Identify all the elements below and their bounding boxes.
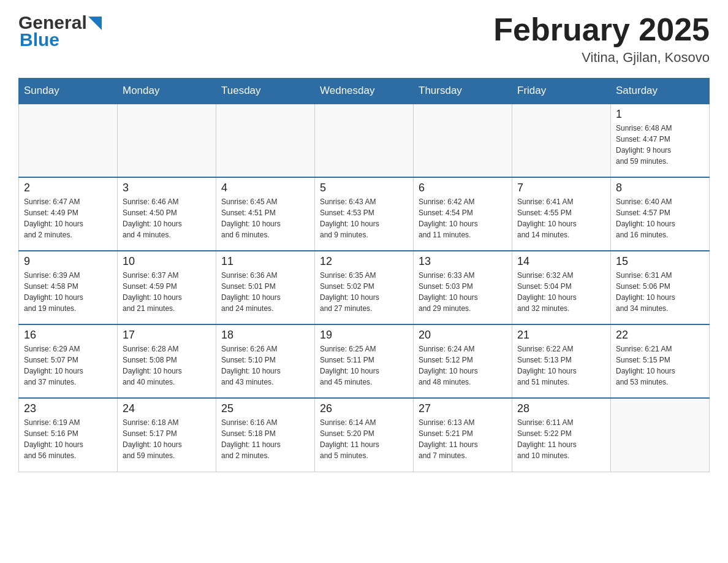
day-number: 10 bbox=[123, 255, 211, 268]
table-row: 8Sunrise: 6:40 AM Sunset: 4:57 PM Daylig… bbox=[611, 177, 710, 251]
col-wednesday: Wednesday bbox=[315, 79, 414, 104]
day-info: Sunrise: 6:29 AM Sunset: 5:07 PM Dayligh… bbox=[24, 343, 112, 388]
day-info: Sunrise: 6:14 AM Sunset: 5:20 PM Dayligh… bbox=[320, 417, 408, 461]
day-number: 21 bbox=[517, 329, 605, 342]
day-info: Sunrise: 6:36 AM Sunset: 5:01 PM Dayligh… bbox=[221, 270, 309, 314]
table-row: 10Sunrise: 6:37 AM Sunset: 4:59 PM Dayli… bbox=[118, 251, 216, 324]
table-row: 27Sunrise: 6:13 AM Sunset: 5:21 PM Dayli… bbox=[414, 398, 512, 472]
day-number: 9 bbox=[24, 255, 112, 268]
col-saturday: Saturday bbox=[611, 79, 710, 104]
day-info: Sunrise: 6:28 AM Sunset: 5:08 PM Dayligh… bbox=[123, 343, 211, 388]
day-info: Sunrise: 6:19 AM Sunset: 5:16 PM Dayligh… bbox=[24, 417, 112, 461]
table-row: 9Sunrise: 6:39 AM Sunset: 4:58 PM Daylig… bbox=[19, 251, 118, 324]
col-sunday: Sunday bbox=[19, 79, 118, 104]
day-number: 20 bbox=[419, 329, 507, 342]
day-info: Sunrise: 6:45 AM Sunset: 4:51 PM Dayligh… bbox=[221, 196, 309, 240]
day-info: Sunrise: 6:42 AM Sunset: 4:54 PM Dayligh… bbox=[419, 196, 507, 240]
day-number: 6 bbox=[419, 182, 507, 194]
svg-marker-0 bbox=[88, 17, 102, 30]
table-row: 21Sunrise: 6:22 AM Sunset: 5:13 PM Dayli… bbox=[512, 324, 611, 398]
month-title: February 2025 bbox=[493, 12, 710, 47]
table-row: 11Sunrise: 6:36 AM Sunset: 5:01 PM Dayli… bbox=[216, 251, 315, 324]
table-row: 16Sunrise: 6:29 AM Sunset: 5:07 PM Dayli… bbox=[19, 324, 118, 398]
logo: General Blue bbox=[18, 12, 102, 50]
col-thursday: Thursday bbox=[414, 79, 512, 104]
day-info: Sunrise: 6:24 AM Sunset: 5:12 PM Dayligh… bbox=[419, 343, 507, 388]
calendar-week-row: 16Sunrise: 6:29 AM Sunset: 5:07 PM Dayli… bbox=[19, 324, 710, 398]
day-number: 5 bbox=[320, 182, 408, 194]
day-number: 25 bbox=[221, 402, 309, 415]
page-header: General Blue February 2025 Vitina, Gjila… bbox=[18, 12, 710, 66]
table-row: 15Sunrise: 6:31 AM Sunset: 5:06 PM Dayli… bbox=[611, 251, 710, 324]
day-info: Sunrise: 6:16 AM Sunset: 5:18 PM Dayligh… bbox=[221, 417, 309, 461]
table-row bbox=[512, 104, 611, 177]
day-number: 27 bbox=[419, 402, 507, 415]
day-info: Sunrise: 6:22 AM Sunset: 5:13 PM Dayligh… bbox=[517, 343, 605, 388]
day-number: 11 bbox=[221, 255, 309, 268]
day-info: Sunrise: 6:21 AM Sunset: 5:15 PM Dayligh… bbox=[616, 343, 704, 388]
title-section: February 2025 Vitina, Gjilan, Kosovo bbox=[493, 12, 710, 66]
day-info: Sunrise: 6:32 AM Sunset: 5:04 PM Dayligh… bbox=[517, 270, 605, 314]
day-info: Sunrise: 6:39 AM Sunset: 4:58 PM Dayligh… bbox=[24, 270, 112, 314]
day-number: 2 bbox=[24, 182, 112, 194]
day-number: 18 bbox=[221, 329, 309, 342]
day-info: Sunrise: 6:11 AM Sunset: 5:22 PM Dayligh… bbox=[517, 417, 605, 461]
calendar-table: Sunday Monday Tuesday Wednesday Thursday… bbox=[18, 78, 710, 472]
table-row: 1Sunrise: 6:48 AM Sunset: 4:47 PM Daylig… bbox=[611, 104, 710, 177]
col-friday: Friday bbox=[512, 79, 611, 104]
day-number: 13 bbox=[419, 255, 507, 268]
day-number: 24 bbox=[123, 402, 211, 415]
day-number: 28 bbox=[517, 402, 605, 415]
day-info: Sunrise: 6:43 AM Sunset: 4:53 PM Dayligh… bbox=[320, 196, 408, 240]
table-row: 17Sunrise: 6:28 AM Sunset: 5:08 PM Dayli… bbox=[118, 324, 216, 398]
day-info: Sunrise: 6:33 AM Sunset: 5:03 PM Dayligh… bbox=[419, 270, 507, 314]
day-number: 14 bbox=[517, 255, 605, 268]
day-number: 8 bbox=[616, 182, 704, 194]
day-number: 3 bbox=[123, 182, 211, 194]
table-row: 22Sunrise: 6:21 AM Sunset: 5:15 PM Dayli… bbox=[611, 324, 710, 398]
table-row: 24Sunrise: 6:18 AM Sunset: 5:17 PM Dayli… bbox=[118, 398, 216, 472]
calendar-week-row: 2Sunrise: 6:47 AM Sunset: 4:49 PM Daylig… bbox=[19, 177, 710, 251]
table-row: 3Sunrise: 6:46 AM Sunset: 4:50 PM Daylig… bbox=[118, 177, 216, 251]
day-info: Sunrise: 6:26 AM Sunset: 5:10 PM Dayligh… bbox=[221, 343, 309, 388]
table-row bbox=[315, 104, 414, 177]
day-info: Sunrise: 6:40 AM Sunset: 4:57 PM Dayligh… bbox=[616, 196, 704, 240]
day-info: Sunrise: 6:25 AM Sunset: 5:11 PM Dayligh… bbox=[320, 343, 408, 388]
day-number: 19 bbox=[320, 329, 408, 342]
day-info: Sunrise: 6:47 AM Sunset: 4:49 PM Dayligh… bbox=[24, 196, 112, 240]
col-tuesday: Tuesday bbox=[216, 79, 315, 104]
logo-blue-text: Blue bbox=[20, 29, 102, 50]
table-row: 6Sunrise: 6:42 AM Sunset: 4:54 PM Daylig… bbox=[414, 177, 512, 251]
table-row: 14Sunrise: 6:32 AM Sunset: 5:04 PM Dayli… bbox=[512, 251, 611, 324]
day-number: 12 bbox=[320, 255, 408, 268]
calendar-week-row: 1Sunrise: 6:48 AM Sunset: 4:47 PM Daylig… bbox=[19, 104, 710, 177]
day-info: Sunrise: 6:41 AM Sunset: 4:55 PM Dayligh… bbox=[517, 196, 605, 240]
day-number: 4 bbox=[221, 182, 309, 194]
table-row bbox=[414, 104, 512, 177]
table-row: 4Sunrise: 6:45 AM Sunset: 4:51 PM Daylig… bbox=[216, 177, 315, 251]
table-row bbox=[19, 104, 118, 177]
day-number: 7 bbox=[517, 182, 605, 194]
table-row: 5Sunrise: 6:43 AM Sunset: 4:53 PM Daylig… bbox=[315, 177, 414, 251]
day-number: 22 bbox=[616, 329, 704, 342]
day-number: 26 bbox=[320, 402, 408, 415]
day-info: Sunrise: 6:31 AM Sunset: 5:06 PM Dayligh… bbox=[616, 270, 704, 314]
day-info: Sunrise: 6:18 AM Sunset: 5:17 PM Dayligh… bbox=[123, 417, 211, 461]
table-row: 26Sunrise: 6:14 AM Sunset: 5:20 PM Dayli… bbox=[315, 398, 414, 472]
table-row: 23Sunrise: 6:19 AM Sunset: 5:16 PM Dayli… bbox=[19, 398, 118, 472]
day-info: Sunrise: 6:46 AM Sunset: 4:50 PM Dayligh… bbox=[123, 196, 211, 240]
table-row: 19Sunrise: 6:25 AM Sunset: 5:11 PM Dayli… bbox=[315, 324, 414, 398]
table-row: 20Sunrise: 6:24 AM Sunset: 5:12 PM Dayli… bbox=[414, 324, 512, 398]
day-info: Sunrise: 6:35 AM Sunset: 5:02 PM Dayligh… bbox=[320, 270, 408, 314]
table-row: 18Sunrise: 6:26 AM Sunset: 5:10 PM Dayli… bbox=[216, 324, 315, 398]
day-number: 1 bbox=[616, 108, 704, 121]
table-row: 7Sunrise: 6:41 AM Sunset: 4:55 PM Daylig… bbox=[512, 177, 611, 251]
table-row: 28Sunrise: 6:11 AM Sunset: 5:22 PM Dayli… bbox=[512, 398, 611, 472]
day-number: 15 bbox=[616, 255, 704, 268]
table-row: 2Sunrise: 6:47 AM Sunset: 4:49 PM Daylig… bbox=[19, 177, 118, 251]
col-monday: Monday bbox=[118, 79, 216, 104]
location-title: Vitina, Gjilan, Kosovo bbox=[493, 50, 710, 66]
table-row bbox=[118, 104, 216, 177]
day-number: 17 bbox=[123, 329, 211, 342]
table-row: 13Sunrise: 6:33 AM Sunset: 5:03 PM Dayli… bbox=[414, 251, 512, 324]
